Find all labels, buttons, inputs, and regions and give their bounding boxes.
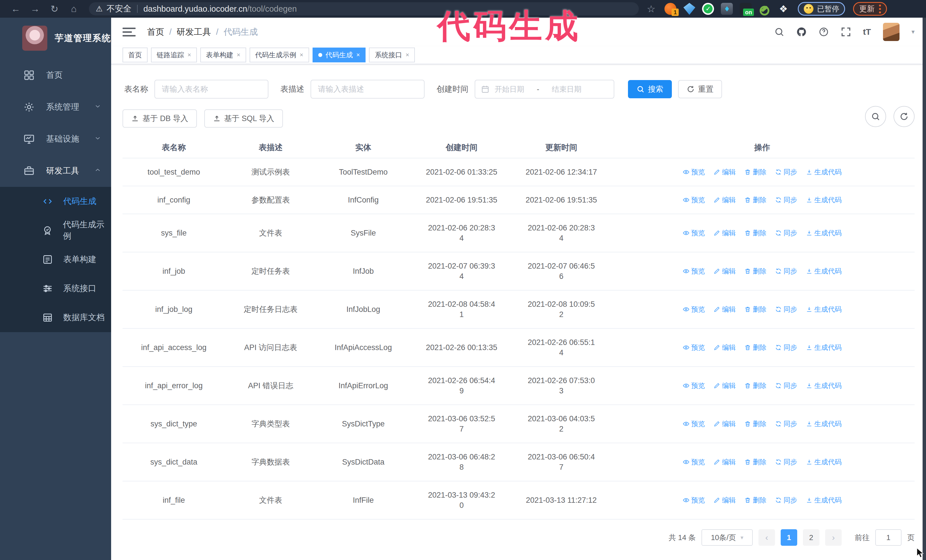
close-icon[interactable]: × [356,51,360,59]
action-generate-code[interactable]: 生成代码 [806,228,842,238]
page-size-select[interactable]: 10条/页 ▾ [702,529,753,546]
next-page-button[interactable]: › [825,529,842,546]
close-icon[interactable]: × [300,51,303,59]
browser-menu-icon[interactable] [879,5,881,14]
action-edit[interactable]: 编辑 [713,380,736,391]
action-eye[interactable]: 预览 [683,495,705,505]
action-eye[interactable]: 预览 [683,380,705,391]
action-sync[interactable]: 同步 [775,228,797,238]
action-eye[interactable]: 预览 [683,343,705,353]
submenu-item-1[interactable]: 代码生成示例 [0,216,111,245]
action-edit[interactable]: 编辑 [713,304,736,314]
action-generate-code[interactable]: 生成代码 [806,304,842,314]
check-extension-icon[interactable]: ✓ [702,3,714,15]
action-eye[interactable]: 预览 [683,228,705,238]
action-generate-code[interactable]: 生成代码 [806,457,842,467]
close-icon[interactable]: × [188,51,191,59]
sidebar-item-3[interactable]: 研发工具 [0,155,111,187]
toggle-search-button[interactable] [865,106,886,127]
page-button-2[interactable]: 2 [803,529,819,546]
action-sync[interactable]: 同步 [775,457,797,467]
prev-page-button[interactable]: ‹ [758,529,775,546]
action-delete[interactable]: 删除 [744,495,766,505]
table-desc-input[interactable] [310,80,425,98]
action-generate-code[interactable]: 生成代码 [806,167,842,177]
action-generate-code[interactable]: 生成代码 [806,419,842,429]
submenu-item-4[interactable]: 数据库文档 [0,303,111,332]
sidebar-item-2[interactable]: 基础设施 [0,123,111,155]
browser-reload-button[interactable]: ↻ [46,2,63,15]
fullscreen-icon[interactable] [841,27,851,37]
action-generate-code[interactable]: 生成代码 [806,380,842,391]
action-sync[interactable]: 同步 [775,419,797,429]
browser-forward-button[interactable]: → [27,2,43,15]
action-eye[interactable]: 预览 [683,195,705,205]
search-button[interactable]: 搜索 [628,80,672,98]
key-extension-icon[interactable] [758,3,770,15]
tab-5[interactable]: 系统接口× [369,48,415,62]
refresh-table-button[interactable] [894,106,915,127]
action-eye[interactable]: 预览 [683,457,705,467]
action-sync[interactable]: 同步 [775,380,797,391]
sidebar-logo[interactable]: 芋道管理系统 [0,18,111,59]
dev-extension-icon[interactable]: on [740,3,752,15]
action-delete[interactable]: 删除 [744,228,766,238]
action-eye[interactable]: 预览 [683,304,705,314]
goto-page-input[interactable] [875,529,902,546]
action-generate-code[interactable]: 生成代码 [806,343,842,353]
tab-4[interactable]: 代码生成× [313,48,366,62]
action-delete[interactable]: 删除 [744,195,766,205]
help-icon[interactable] [819,27,829,37]
action-generate-code[interactable]: 生成代码 [806,495,842,505]
action-edit[interactable]: 编辑 [713,457,736,467]
panel-extension-icon[interactable] [721,3,733,15]
action-edit[interactable]: 编辑 [713,228,736,238]
action-delete[interactable]: 删除 [744,167,766,177]
breadcrumb-dev-tools[interactable]: 研发工具 [177,26,211,38]
page-button-1[interactable]: 1 [781,529,797,546]
breadcrumb-home[interactable]: 首页 [147,26,164,38]
action-sync[interactable]: 同步 [775,195,797,205]
action-edit[interactable]: 编辑 [713,343,736,353]
tab-1[interactable]: 链路追踪× [151,48,197,62]
action-delete[interactable]: 删除 [744,266,766,276]
action-generate-code[interactable]: 生成代码 [806,266,842,276]
submenu-item-3[interactable]: 系统接口 [0,274,111,303]
adblock-extension-icon[interactable]: 1 [664,3,676,15]
submenu-item-2[interactable]: 表单构建 [0,245,111,274]
tab-2[interactable]: 表单构建× [200,48,246,62]
table-name-input[interactable] [154,80,268,98]
sql-import-button[interactable]: 基于 SQL 导入 [204,109,283,128]
action-edit[interactable]: 编辑 [713,167,736,177]
action-eye[interactable]: 预览 [683,419,705,429]
font-size-icon[interactable]: tT [863,27,871,37]
db-import-button[interactable]: 基于 DB 导入 [123,109,197,128]
reset-button[interactable]: 重置 [678,80,722,98]
close-icon[interactable]: × [406,51,409,59]
action-edit[interactable]: 编辑 [713,195,736,205]
action-eye[interactable]: 预览 [683,167,705,177]
profile-paused-badge[interactable]: 已暂停 [798,2,845,16]
sidebar-item-1[interactable]: 系统管理 [0,91,111,123]
user-avatar[interactable] [883,23,899,41]
create-time-range-picker[interactable]: 开始日期 - 结束日期 [475,80,614,98]
action-sync[interactable]: 同步 [775,343,797,353]
puzzle-extensions-icon[interactable]: ❖ [777,3,789,15]
action-edit[interactable]: 编辑 [713,495,736,505]
chevron-down-icon[interactable]: ▾ [911,28,915,36]
action-delete[interactable]: 删除 [744,304,766,314]
browser-home-button[interactable]: ⌂ [65,2,82,15]
action-sync[interactable]: 同步 [775,304,797,314]
browser-back-button[interactable]: ← [8,2,24,15]
action-sync[interactable]: 同步 [775,266,797,276]
submenu-item-0[interactable]: 代码生成 [0,187,111,216]
action-eye[interactable]: 预览 [683,266,705,276]
gem-extension-icon[interactable] [683,3,695,15]
browser-scrollbar[interactable] [923,18,926,560]
search-icon[interactable] [774,27,784,37]
action-sync[interactable]: 同步 [775,495,797,505]
github-icon[interactable] [796,27,806,37]
bookmark-star-icon[interactable]: ☆ [647,3,655,15]
hamburger-icon[interactable] [123,26,136,38]
sidebar-item-0[interactable]: 首页 [0,59,111,91]
